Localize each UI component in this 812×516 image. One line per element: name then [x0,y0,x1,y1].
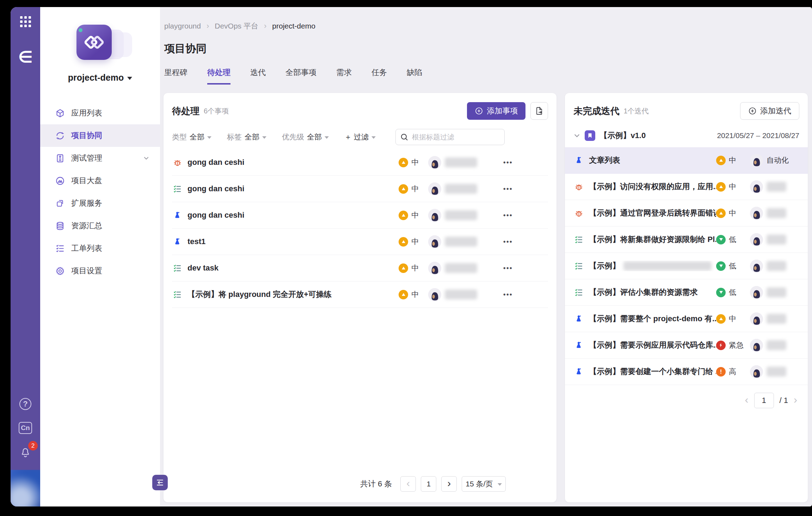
assignee [750,339,799,352]
filter-标签[interactable]: 标签全部 [227,132,266,142]
prev-page-button[interactable]: ‹ [745,394,749,405]
total-pages: / 1 [780,396,788,405]
item-title: gong dan ceshi [187,211,399,220]
tab-需求[interactable]: 需求 [336,67,352,85]
add-item-button[interactable]: 添加事项 [467,102,525,120]
iteration-list-item[interactable]: 【示例】通过官网登录后跳转界面错误 中 [565,200,808,226]
priority-badge: 低 [716,287,750,297]
dashboard-icon [55,176,65,186]
language-button[interactable]: Cn [19,422,32,434]
item-title: 【示例】需要创建一个小集群专门给 ... [589,366,716,377]
breadcrumb-item[interactable]: project-demo [272,22,315,30]
tab-缺陷[interactable]: 缺陷 [407,67,422,85]
avatar [428,288,441,301]
iteration-list-item[interactable]: 文章列表 中 自动化 [565,147,808,174]
tab-待处理[interactable]: 待处理 [207,67,230,85]
current-page[interactable]: 1 [421,476,436,492]
tab-迭代[interactable]: 迭代 [250,67,266,85]
sidebar-item-settings[interactable]: 项目设置 [40,260,160,282]
priority-icon [716,182,726,192]
task-icon [172,264,183,273]
iteration-list-item[interactable]: 【示例】需要整个 project-demo 有... 中 [565,306,808,332]
pending-list-item[interactable]: 【示例】将 playground 完全开放+可操练 中 ••• [172,281,548,308]
iteration-list-item[interactable]: 【示例】将新集群做好资源限制给 Pl... 低 [565,226,808,253]
priority-icon [716,261,726,271]
next-page-button[interactable]: › [441,476,457,492]
main-area: playground›DevOps 平台›project-demo 项目协同 里… [160,7,812,506]
more-actions-button[interactable]: ••• [500,211,516,219]
more-actions-button[interactable]: ••• [500,158,516,167]
sidebar-item-label: 测试管理 [71,153,102,163]
sidebar-item-app-list[interactable]: 应用列表 [40,102,160,124]
user-avatar[interactable] [11,470,40,506]
priority-icon: ! [716,367,726,377]
tab-全部事项[interactable]: 全部事项 [285,67,316,85]
search-input[interactable] [395,129,505,145]
filter-类型[interactable]: 类型全部 [172,132,211,142]
more-actions-button[interactable]: ••• [500,238,516,246]
avatar [428,209,441,222]
iteration-list-item[interactable]: 【示例】需要示例应用展示代码仓库... 紧急 [565,332,808,359]
project-logo [67,22,134,67]
current-page[interactable]: 1 [754,393,774,408]
pending-list-item[interactable]: dev task 中 ••• [172,255,548,281]
total-count: 共计 6 条 [360,479,392,489]
filter-优先级[interactable]: 优先级全部 [282,132,329,142]
prev-page-button[interactable]: ‹ [400,476,416,492]
add-iteration-button[interactable]: 添加迭代 [740,102,799,120]
assignee [750,286,799,299]
priority-icon [399,290,408,299]
iteration-list-item[interactable]: 【示例】 低 [565,253,808,279]
assignee [428,182,499,195]
sidebar-item-extension[interactable]: 扩展服务 [40,192,160,215]
project-switcher[interactable]: project-demo [40,73,160,83]
help-button[interactable]: ? [19,398,31,410]
collapse-sidebar-button[interactable] [152,475,168,490]
assignee [750,207,799,220]
more-actions-button[interactable]: ••• [500,185,516,193]
avatar [750,154,763,167]
assignee-name-blurred [445,184,477,194]
sidebar-item-resources[interactable]: 资源汇总 [40,215,160,237]
sidebar-item-dashboard[interactable]: 项目大盘 [40,169,160,192]
breadcrumb-item[interactable]: playground [164,22,201,30]
pending-list-item[interactable]: test1 中 ••• [172,229,548,255]
bookmark-icon [585,130,595,141]
iteration-list-item[interactable]: 【示例】访问没有权限的应用，应用... 中 [565,174,808,200]
assignee [428,235,499,248]
pending-list-item[interactable]: gong dan ceshi 中 ••• [172,176,548,202]
page-size-select[interactable]: 15 条/页 [462,476,506,492]
sidebar-item-test[interactable]: 测试管理 [40,147,160,169]
requirement-icon [573,315,584,323]
export-button[interactable] [530,102,548,120]
next-page-button[interactable]: › [794,394,797,405]
caret-down-icon [207,136,211,139]
assignee-name: 自动化 [767,155,789,165]
iteration-list-item[interactable]: 【示例】需要创建一个小集群专门给 ... ! 高 [565,359,808,385]
tab-里程碑[interactable]: 里程碑 [164,67,187,85]
assignee-name-blurred [767,208,786,218]
app-grid-icon[interactable] [20,16,31,27]
chevron-down-icon [127,77,132,80]
iteration-row[interactable]: 【示例】v1.0 2021/05/27 – 2021/08/27 [565,130,808,147]
bug-icon [172,158,183,167]
pending-list-item[interactable]: gong dan ceshi 中 ••• [172,202,548,229]
erda-logo-icon[interactable]: ∈ [18,49,32,65]
notifications-button[interactable]: 2 [19,446,31,458]
item-title: 【示例】访问没有权限的应用，应用... [589,181,716,192]
language-icon: Cn [19,422,32,434]
item-title: 【示例】 [589,261,716,271]
sidebar-item-tickets[interactable]: 工单列表 [40,237,160,260]
pending-list-item[interactable]: gong dan ceshi 中 ••• [172,149,548,176]
assignee-name-blurred [445,210,477,220]
task-icon [172,290,183,299]
iteration-list-item[interactable]: 【示例】评估小集群的资源需求 低 [565,279,808,306]
title-filter-search [395,129,505,145]
more-actions-button[interactable]: ••• [500,291,516,299]
add-filter-button[interactable]: ＋ 过滤 [344,132,376,142]
sidebar: project-demo 应用列表 项目协同 测试管理 项目大盘 扩展服务 [40,7,160,506]
breadcrumb-item[interactable]: DevOps 平台 [215,21,258,31]
tab-任务[interactable]: 任务 [371,67,387,85]
sidebar-item-collab[interactable]: 项目协同 [40,124,160,147]
more-actions-button[interactable]: ••• [500,264,516,272]
